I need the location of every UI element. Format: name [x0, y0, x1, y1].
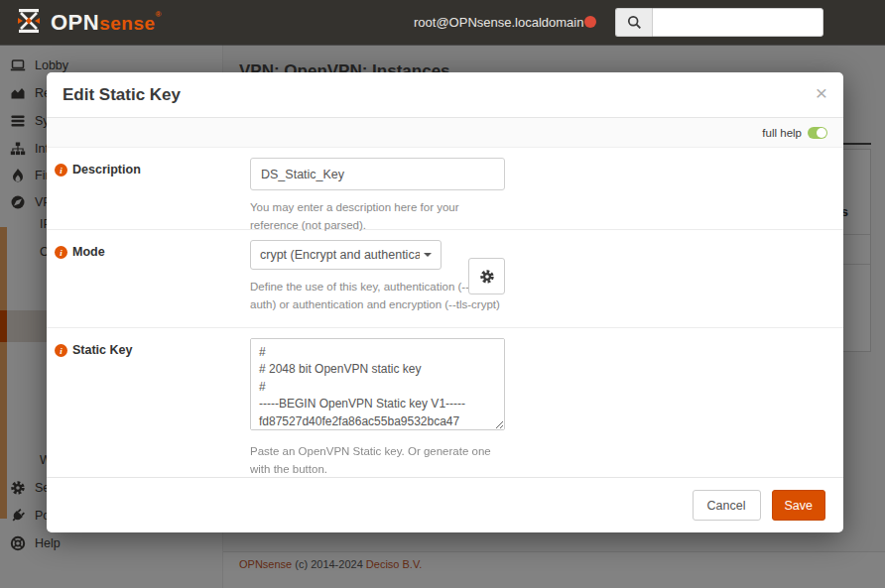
full-help-toggle[interactable] — [808, 127, 827, 139]
description-label: i Description — [55, 158, 250, 229]
static-key-textarea[interactable]: # # 2048 bit OpenVPN static key # -----B… — [250, 338, 505, 430]
full-help-row: full help — [47, 118, 843, 148]
description-control: You may enter a description here for you… — [250, 158, 518, 229]
search-input[interactable] — [652, 8, 823, 37]
mode-help-text: Define the use of this key, authenticati… — [250, 278, 500, 314]
mode-selected-value: crypt (Encrypt and authenticate) — [260, 248, 420, 262]
full-help-label: full help — [762, 127, 802, 139]
search-icon — [615, 8, 652, 37]
opnsense-logo-icon — [14, 6, 44, 40]
opnsense-logo[interactable]: OPNsense® — [14, 6, 162, 40]
static-key-label: i Static Key — [55, 338, 250, 477]
static-key-control: # # 2048 bit OpenVPN static key # -----B… — [250, 338, 518, 477]
mode-row: i Mode crypt (Encrypt and authenticate) … — [47, 230, 843, 328]
status-indicator-dot — [584, 16, 596, 28]
info-icon: i — [55, 344, 67, 357]
opnsense-logo-text: OPNsense® — [51, 10, 162, 36]
cancel-button[interactable]: Cancel — [693, 490, 761, 521]
top-header: OPNsense® root@OPNsense.localdomain — [0, 0, 885, 45]
description-row: i Description You may enter a descriptio… — [47, 148, 843, 230]
toggle-knob — [817, 128, 826, 138]
description-input[interactable] — [250, 158, 505, 190]
modal-footer: Cancel Save — [47, 477, 843, 532]
static-key-help-text: Paste an OpenVPN Static key. Or generate… — [250, 442, 500, 479]
gear-icon — [479, 269, 495, 285]
modal-header: Edit Static Key × — [47, 72, 843, 118]
mode-dropdown[interactable]: crypt (Encrypt and authenticate) — [250, 240, 442, 270]
global-search — [615, 8, 823, 37]
mode-label: i Mode — [55, 240, 250, 327]
modal-title: Edit Static Key — [63, 85, 181, 104]
save-button[interactable]: Save — [772, 490, 826, 521]
chevron-down-icon — [424, 253, 432, 257]
generate-key-button[interactable] — [468, 258, 505, 294]
logged-in-user: root@OPNsense.localdomain — [414, 15, 583, 30]
static-key-row: i Static Key # # 2048 bit OpenVPN static… — [47, 328, 843, 477]
info-icon: i — [55, 246, 67, 259]
close-icon[interactable]: × — [816, 82, 827, 103]
info-icon: i — [55, 164, 67, 176]
edit-static-key-modal: Edit Static Key × full help i Descriptio… — [47, 72, 843, 532]
